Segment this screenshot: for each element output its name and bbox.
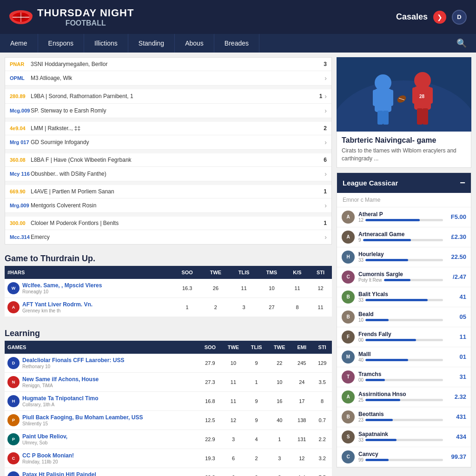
team-info: Hugmate Ta Tnipotancl Timo Collsrary, 1l… (22, 395, 99, 407)
progress-bar-bg (365, 359, 443, 361)
table-row: H Hugmate Ta Tnipotancl Timo Collsrary, … (5, 392, 332, 411)
c5-cell: 245 (291, 354, 312, 373)
svg-rect-14 (412, 87, 419, 104)
league-item-name: Artneracall Game (358, 231, 443, 238)
list-item[interactable]: C Cumornis Sargle Poty lt Rew /2.47 (337, 267, 471, 287)
list-item[interactable]: B Beottanis 23 431 (337, 407, 471, 427)
c4-cell: 1 (268, 430, 291, 449)
svg-rect-8 (373, 90, 379, 106)
right-column: 28 Tabrteric Naivingcal- game Cirats to … (337, 57, 471, 476)
team-name: Wclfee. Same, , Mpscid Vleres (22, 282, 102, 289)
table-row: C CC P Book Monian! Rolnday, 11llb 20 19… (5, 449, 332, 468)
league-items: A Atheral P 12 F5.00 A Artneracall Game … (337, 207, 471, 467)
c4-cell: 22 (268, 354, 291, 373)
game-table-title: Game to Thurdrain Up. (5, 249, 332, 266)
league-item-name: Malll (358, 351, 443, 357)
progress-bar-fill (365, 379, 385, 381)
team-name: Patax Ht Palisin Hifl Paindel (22, 471, 96, 476)
list-item[interactable]: B Beald 10 05 (337, 307, 471, 327)
progress-bar-bg (365, 299, 443, 301)
league-item-num: 25 (358, 397, 364, 403)
list-item[interactable]: A Assirnitiona Hnso 25 2.32 (337, 387, 471, 407)
nav-item-enspons[interactable]: Enspons (38, 34, 84, 53)
c1-cell: 16.8 (198, 392, 222, 411)
caption-title: Tabrteric Naivingcal- game (342, 136, 466, 145)
league-item-num: Poty lt Rew (358, 278, 382, 283)
twe-cell: 2 (201, 298, 230, 317)
list-item[interactable]: H Hourlelay 33 22.50 (337, 247, 471, 267)
logo: THURSDAY NIGHT FOOTBALL (9, 7, 134, 27)
league-item-info: Malll 40 (358, 351, 443, 363)
score-row: Mcc.314 Emercy › (5, 230, 331, 244)
league-item-name: Tramchs (358, 371, 443, 377)
league-item-num: 23 (358, 417, 364, 423)
league-item-score: /2.47 (449, 273, 466, 280)
nav-item-aeme[interactable]: Aeme (0, 34, 38, 53)
league-item-info: Atheral P 12 (358, 211, 443, 223)
team-cell: P Paint Ube Reliov, Ulmrey, Sob (5, 430, 198, 449)
tlis-cell: 11 (230, 279, 258, 298)
nav-item-standing[interactable]: Standing (128, 34, 175, 53)
nav-item-illictions[interactable]: Illictions (84, 34, 128, 53)
minimize-icon[interactable]: − (460, 178, 465, 188)
list-item[interactable]: S Sapatnaink 33 434 (337, 427, 471, 447)
c4-cell: 16 (268, 392, 291, 411)
progress-bar-fill (365, 439, 397, 441)
avatar: M (342, 350, 355, 364)
score-row: Mrg.009 Mentgoris Colverent Rosin › (5, 198, 331, 213)
c1-cell: 22.3 (198, 468, 222, 476)
team-sub: Grenney km the th (22, 308, 93, 313)
team-label: 4e9.04 (10, 126, 31, 131)
team-label: Mcg.009 (10, 108, 31, 113)
list-item[interactable]: B Balit Ylcals 33 41 (337, 287, 471, 307)
league-search: Emnor c Mame (337, 193, 471, 207)
ks-cell: 11 (285, 279, 309, 298)
c3-cell: 1 (245, 373, 268, 392)
team-cell: A AFT Yant Liver Rodrm. Vn. Grenney km t… (5, 298, 173, 317)
league-item-num: 9 (358, 238, 361, 243)
c2-cell: 6 (222, 449, 245, 468)
col-header: #HARS (5, 266, 173, 279)
score-row: 669.90 L4AVE | Partlen M Porliem Sanan 1 (5, 185, 331, 198)
avatar: A (342, 231, 355, 244)
league-item-score: £2.30 (449, 233, 466, 240)
team-name: New Same ilf Achons, House (22, 376, 99, 383)
league-item-score: 11 (449, 333, 466, 340)
league-item-info: Tramchs 00 (358, 371, 443, 383)
svg-rect-11 (383, 111, 389, 125)
user-name: Casales (396, 12, 428, 22)
chevron-right-icon[interactable]: ❯ (433, 11, 446, 24)
team-info: Patax Ht Palisin Hifl Paindel Collarry, … (22, 471, 96, 476)
league-item-info: Beottanis 23 (358, 411, 443, 423)
avatar[interactable]: D (452, 10, 467, 25)
team-label: 669.90 (10, 189, 31, 194)
team-info: Obushber.. with DSilty Fanthe) (31, 171, 322, 177)
list-item[interactable]: C Canvcy 99 99.37 (337, 447, 471, 467)
list-item[interactable]: F Frends Fally 00 11 (337, 327, 471, 347)
list-item[interactable]: T Tramchs 00 31 (337, 367, 471, 387)
league-item-bar: 00 (358, 337, 443, 343)
league-item-num: 40 (358, 357, 364, 363)
progress-bar-fill (365, 319, 389, 321)
col-header: STI (312, 341, 332, 354)
league-item-bar: 23 (358, 417, 443, 423)
league-item-bar: 00 (358, 377, 443, 383)
team-name: Paint Ube Reliov, (22, 433, 67, 440)
nav-item-breades[interactable]: Breades (214, 34, 259, 53)
team-cell: H Hugmate Ta Tnipotancl Timo Collsrary, … (5, 392, 198, 411)
team-cell: P Piull Back Faoging, Bu Moham Leamber, … (5, 411, 198, 430)
table-row: P Paint Ube Reliov, Ulmrey, Sob 22.9 3 4… (5, 430, 332, 449)
list-item[interactable]: M Malll 40 01 (337, 347, 471, 367)
score-row: 360.08 L8BA F | Have (Cnok Wlbeetin Fegr… (5, 153, 331, 167)
league-item-bar: Poty lt Rew (358, 278, 443, 283)
arrow-icon: › (324, 74, 327, 82)
league-item-score: 05 (449, 313, 466, 320)
league-item-name: Beald (358, 311, 443, 317)
league-header: League Cassicar − (337, 173, 471, 193)
nav-item-abous[interactable]: Abous (175, 34, 214, 53)
search-icon[interactable]: 🔍 (447, 38, 476, 48)
list-item[interactable]: A Artneracall Game 9 £2.30 (337, 227, 471, 247)
team-cell: D Dealcliolar Fionals CFF Laarober: USS … (5, 354, 198, 373)
c4-cell: 3 (268, 468, 291, 476)
list-item[interactable]: A Atheral P 12 F5.00 (337, 207, 471, 227)
